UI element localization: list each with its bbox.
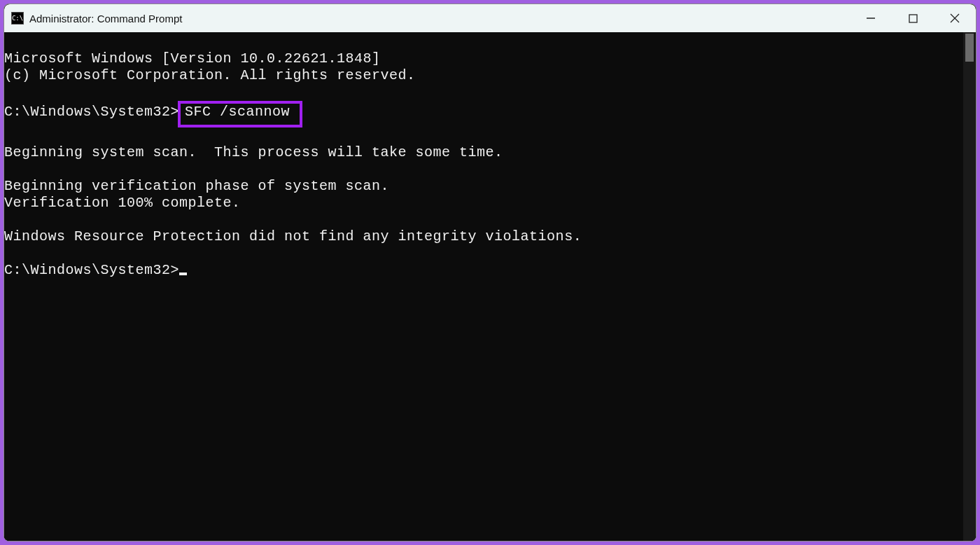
command-prompt-window: C:\ Administrator: Command Prompt Micros… [4,4,976,541]
vertical-scrollbar[interactable] [963,32,976,541]
close-icon [950,13,960,23]
verification-phase-line: Beginning verification phase of system s… [4,178,389,194]
terminal-output[interactable]: Microsoft Windows [Version 10.0.22621.18… [4,32,963,541]
scan-begin-line: Beginning system scan. This process will… [4,144,503,160]
close-button[interactable] [934,4,976,32]
text-cursor [179,272,187,275]
copyright-line: (c) Microsoft Corporation. All rights re… [4,67,416,83]
maximize-button[interactable] [892,4,934,32]
titlebar[interactable]: C:\ Administrator: Command Prompt [4,4,976,32]
maximize-icon [909,14,918,23]
minimize-icon [866,13,876,23]
terminal-area: Microsoft Windows [Version 10.0.22621.18… [4,32,976,541]
prompt-path: C:\Windows\System32> [4,262,179,278]
os-version-line: Microsoft Windows [Version 10.0.22621.18… [4,50,381,67]
verification-complete-line: Verification 100% complete. [4,195,241,211]
svg-rect-1 [909,15,917,22]
scrollbar-thumb[interactable] [965,34,974,62]
window-title: Administrator: Command Prompt [29,13,182,25]
prompt-path: C:\Windows\System32> [4,104,179,120]
cmd-app-icon: C:\ [11,12,24,25]
minimize-button[interactable] [850,4,892,32]
highlighted-command: SFC /scannow [178,101,302,127]
prompt-line-1: C:\Windows\System32>SFC /scannow [4,104,302,120]
result-line: Windows Resource Protection did not find… [4,228,582,244]
prompt-line-2: C:\Windows\System32> [4,262,187,278]
